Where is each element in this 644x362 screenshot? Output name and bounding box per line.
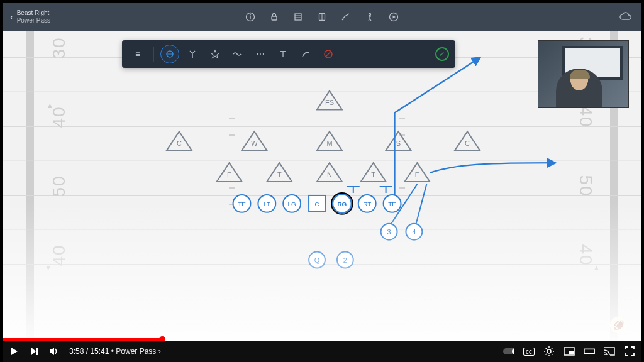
offense-te-right[interactable]: TE bbox=[384, 195, 401, 212]
tool-star[interactable] bbox=[206, 45, 225, 63]
svg-text:Q: Q bbox=[314, 256, 320, 264]
settings-button[interactable] bbox=[543, 346, 555, 357]
defender-e-left[interactable]: E bbox=[217, 163, 242, 182]
panel-icon[interactable] bbox=[317, 12, 327, 22]
svg-text:3: 3 bbox=[387, 228, 391, 236]
svg-rect-2 bbox=[250, 14, 250, 15]
svg-text:T: T bbox=[277, 171, 282, 178]
svg-text:E: E bbox=[227, 171, 231, 178]
offense-rg[interactable]: RG bbox=[331, 193, 353, 214]
formation-name: Beast Right bbox=[17, 9, 50, 17]
svg-rect-50 bbox=[36, 348, 38, 355]
tool-erase[interactable] bbox=[319, 45, 338, 63]
route-flat[interactable] bbox=[430, 163, 555, 173]
tool-position-selected[interactable] bbox=[160, 45, 179, 63]
confirm-button[interactable]: ✓ bbox=[435, 47, 449, 61]
drawing-toolbar: ≡ ⋯ T ✓ bbox=[122, 40, 455, 68]
offense-back-2[interactable]: 2 bbox=[337, 252, 353, 268]
drag-handle-icon[interactable]: ≡ bbox=[128, 45, 147, 63]
lock-icon[interactable] bbox=[269, 12, 279, 22]
tool-route-branch[interactable] bbox=[183, 45, 202, 63]
offense-lt[interactable]: LT bbox=[258, 195, 275, 212]
svg-text:LG: LG bbox=[288, 200, 296, 207]
svg-text:RG: RG bbox=[337, 200, 347, 207]
defender-w[interactable]: W bbox=[242, 131, 267, 150]
captions-button[interactable]: cc bbox=[523, 348, 535, 356]
route-back-4[interactable] bbox=[416, 184, 426, 224]
defender-t-right[interactable]: T bbox=[361, 163, 386, 182]
svg-rect-55 bbox=[569, 351, 574, 354]
youtube-control-bar: 3:58 / 15:41 • Power Pass › cc bbox=[3, 341, 641, 362]
svg-text:FS: FS bbox=[325, 99, 334, 106]
svg-point-57 bbox=[604, 354, 606, 355]
theater-button[interactable] bbox=[584, 346, 595, 357]
play-button[interactable] bbox=[9, 346, 20, 357]
svg-point-53 bbox=[547, 349, 551, 353]
app-top-bar: ‹ Beast Right Power Pass bbox=[3, 3, 641, 31]
svg-point-9 bbox=[342, 19, 344, 21]
autoplay-toggle[interactable] bbox=[503, 346, 514, 357]
presenter-webcam bbox=[538, 40, 629, 108]
tool-text[interactable]: T bbox=[274, 45, 292, 63]
defender-e-right[interactable]: E bbox=[404, 163, 430, 182]
offense-te-left[interactable]: TE bbox=[233, 195, 251, 212]
svg-text:C: C bbox=[465, 140, 470, 147]
play-circle-icon[interactable] bbox=[389, 12, 399, 22]
volume-button[interactable] bbox=[49, 346, 60, 357]
defender-c-right[interactable]: C bbox=[455, 131, 480, 150]
defender-t-left[interactable]: T bbox=[267, 163, 292, 182]
play-name: Power Pass bbox=[17, 17, 50, 25]
offense-back-3[interactable]: 3 bbox=[381, 224, 397, 240]
svg-text:TE: TE bbox=[238, 200, 246, 207]
next-button[interactable] bbox=[29, 346, 40, 357]
list-icon[interactable] bbox=[293, 12, 303, 22]
cast-button[interactable] bbox=[604, 346, 615, 357]
svg-text:LT: LT bbox=[264, 200, 270, 207]
fullscreen-button[interactable] bbox=[624, 346, 635, 357]
defender-s[interactable]: S bbox=[386, 131, 411, 150]
svg-text:S: S bbox=[396, 140, 401, 147]
svg-text:T: T bbox=[371, 171, 375, 178]
channel-watermark[interactable]: 🏈 bbox=[610, 317, 626, 333]
offense-back-4[interactable]: 4 bbox=[406, 224, 422, 240]
back-icon[interactable]: ‹ bbox=[10, 12, 13, 22]
svg-text:C: C bbox=[177, 140, 182, 147]
app-toolbar-center bbox=[245, 12, 399, 22]
miniplayer-button[interactable] bbox=[564, 346, 575, 357]
svg-rect-4 bbox=[295, 14, 301, 20]
svg-text:W: W bbox=[251, 140, 258, 147]
svg-text:N: N bbox=[327, 171, 332, 178]
svg-text:2: 2 bbox=[343, 256, 347, 264]
svg-rect-1 bbox=[250, 16, 250, 19]
svg-text:RT: RT bbox=[363, 200, 371, 207]
draw-icon[interactable] bbox=[341, 12, 351, 22]
tool-curve[interactable] bbox=[296, 45, 315, 63]
svg-rect-56 bbox=[584, 349, 594, 353]
svg-rect-3 bbox=[272, 16, 277, 20]
svg-text:4: 4 bbox=[412, 228, 416, 236]
svg-text:E: E bbox=[415, 171, 419, 178]
cloud-sync-icon[interactable] bbox=[619, 11, 633, 21]
offense-lg[interactable]: LG bbox=[283, 195, 301, 212]
route-te-deep[interactable] bbox=[395, 58, 480, 195]
svg-text:TE: TE bbox=[388, 200, 396, 207]
defender-fs[interactable]: FS bbox=[317, 91, 342, 110]
defender-m[interactable]: M bbox=[317, 131, 342, 150]
time-display: 3:58 / 15:41 • Power Pass › bbox=[69, 347, 161, 356]
defender-n[interactable]: N bbox=[317, 163, 342, 182]
svg-text:C: C bbox=[314, 200, 319, 207]
offense-center[interactable]: C bbox=[309, 195, 325, 212]
offense-rt[interactable]: RT bbox=[358, 195, 376, 212]
svg-point-10 bbox=[369, 13, 370, 15]
offense-qb[interactable]: Q bbox=[309, 252, 325, 268]
play-title-block[interactable]: Beast Right Power Pass bbox=[17, 9, 50, 25]
defender-c-left[interactable]: C bbox=[167, 131, 192, 150]
tool-more[interactable]: ⋯ bbox=[251, 45, 270, 63]
svg-line-49 bbox=[326, 52, 331, 57]
tool-wave[interactable] bbox=[228, 45, 247, 63]
svg-text:M: M bbox=[326, 140, 332, 147]
info-icon[interactable] bbox=[245, 12, 255, 22]
run-icon[interactable] bbox=[365, 12, 375, 22]
